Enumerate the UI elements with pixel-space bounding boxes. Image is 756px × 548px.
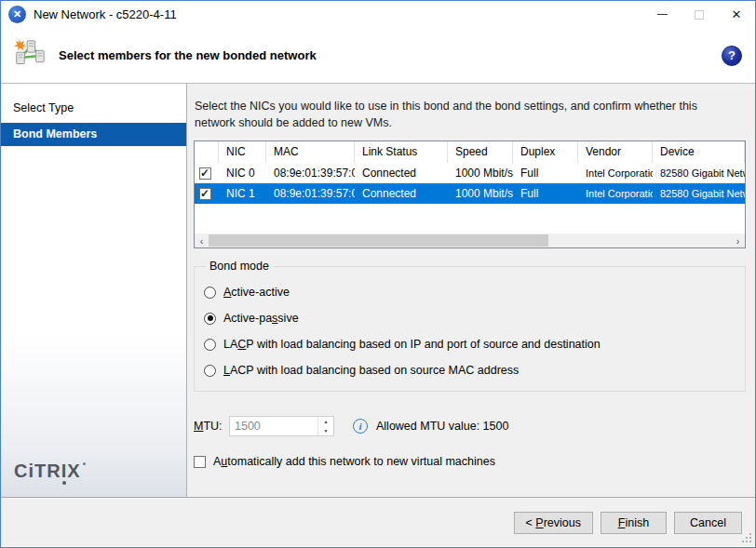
auto-add-checkbox[interactable]: [194, 456, 206, 468]
column-duplex[interactable]: Duplex: [513, 141, 578, 163]
nic-table: NIC MAC Link Status Speed Duplex Vendor …: [194, 140, 746, 248]
column-checkbox: [195, 141, 219, 163]
wizard-footer: < Previous Finish Cancel: [1, 497, 755, 546]
wizard-header: Select members for the new bonded networ…: [1, 28, 755, 84]
nic1-mac: 08:9e:01:39:57:0b: [266, 187, 355, 200]
radio-lacp-ip-port[interactable]: LACP with load balancing based on IP and…: [204, 336, 736, 353]
xencenter-app-icon: ✕: [8, 6, 26, 23]
mtu-row: MTU: 1500 ▲ ▼ i Allowed MTU value: 1500: [194, 416, 746, 436]
nic0-vendor: Intel Corporation: [578, 167, 653, 179]
previous-button[interactable]: < Previous: [514, 512, 593, 534]
nic1-link-status: Connected: [355, 187, 448, 200]
bond-mode-legend: Bond mode: [206, 260, 273, 273]
nic0-speed: 1000 Mbit/s: [448, 167, 513, 180]
mtu-spin-up-icon[interactable]: ▲: [318, 417, 333, 426]
nic1-device: 82580 Gigabit Netw: [653, 188, 745, 199]
nic1-duplex: Full: [513, 187, 578, 200]
minimize-icon: [657, 14, 668, 15]
nic0-name: NIC 0: [219, 167, 266, 180]
maximize-button[interactable]: [681, 1, 718, 28]
wizard-steps-sidebar: Select Type Bond Members CiTRIX: [1, 84, 187, 497]
window-controls: ✕: [643, 1, 755, 28]
table-row-nic0[interactable]: NIC 0 08:9e:01:39:57:0a Connected 1000 M…: [195, 163, 745, 183]
citrix-trademark-dot: [83, 462, 86, 465]
table-empty-area: [195, 204, 745, 234]
cancel-button[interactable]: Cancel: [674, 512, 742, 534]
titlebar: ✕ New Network - c5220-4-11 ✕: [1, 1, 755, 28]
column-nic[interactable]: NIC: [219, 141, 266, 163]
instruction-text: Select the NICs you would like to use in…: [195, 99, 736, 131]
table-row-nic1[interactable]: NIC 1 08:9e:01:39:57:0b Connected 1000 M…: [195, 183, 745, 204]
column-link-status[interactable]: Link Status: [355, 141, 448, 163]
radio-icon[interactable]: [204, 313, 216, 325]
nic0-mac: 08:9e:01:39:57:0a: [266, 167, 355, 180]
new-network-dialog: ✕ New Network - c5220-4-11 ✕ Select memb…: [0, 0, 756, 548]
scrollbar-thumb[interactable]: [209, 234, 548, 247]
radio-label: LACP with load balancing based on source…: [223, 364, 519, 377]
window-title: New Network - c5220-4-11: [34, 7, 177, 21]
radio-icon[interactable]: [204, 339, 216, 351]
mtu-input[interactable]: 1500 ▲ ▼: [229, 416, 334, 436]
mtu-value: 1500: [230, 417, 317, 435]
help-button[interactable]: ?: [722, 46, 742, 66]
radio-label: Active-passive: [223, 312, 299, 325]
bond-mode-group: Bond mode Active-active Active-passive L…: [194, 260, 746, 392]
citrix-logo: CiTRIX: [14, 461, 86, 482]
allowed-mtu-text: Allowed MTU value: 1500: [376, 420, 508, 433]
close-button[interactable]: ✕: [718, 1, 755, 28]
column-vendor[interactable]: Vendor: [578, 141, 653, 163]
radio-icon[interactable]: [204, 287, 216, 299]
nic1-checkbox[interactable]: [199, 188, 211, 200]
auto-add-label: Automatically add this network to new vi…: [213, 455, 495, 468]
radio-label: LACP with load balancing based on IP and…: [223, 338, 601, 351]
info-icon: i: [353, 419, 368, 434]
scroll-right-icon[interactable]: ›: [731, 234, 745, 247]
sidebar-item-bond-members[interactable]: Bond Members: [1, 123, 186, 146]
minimize-button[interactable]: [643, 1, 681, 28]
column-mac[interactable]: MAC: [266, 141, 355, 163]
sidebar-item-select-type[interactable]: Select Type: [1, 97, 186, 120]
radio-active-active[interactable]: Active-active: [204, 284, 736, 301]
radio-label: Active-active: [223, 286, 290, 299]
page-title: Select members for the new bonded networ…: [59, 48, 317, 62]
resize-grip[interactable]: [741, 532, 751, 542]
mtu-spin-down-icon[interactable]: ▼: [318, 426, 333, 435]
auto-add-row[interactable]: Automatically add this network to new vi…: [194, 455, 746, 468]
nic1-vendor: Intel Corporation: [578, 188, 653, 199]
maximize-icon: [695, 10, 704, 20]
nic1-name: NIC 1: [219, 187, 266, 200]
finish-button[interactable]: Finish: [601, 512, 667, 534]
nic-table-header: NIC MAC Link Status Speed Duplex Vendor …: [195, 141, 745, 163]
nic0-checkbox[interactable]: [199, 167, 211, 180]
column-speed[interactable]: Speed: [448, 141, 513, 163]
column-device[interactable]: Device: [653, 141, 745, 163]
table-horizontal-scrollbar[interactable]: ‹ ›: [195, 234, 745, 247]
scrollbar-track[interactable]: [209, 234, 731, 247]
bonded-network-icon: [12, 38, 47, 74]
close-icon: ✕: [732, 7, 742, 21]
bond-members-page: Select the NICs you would like to use in…: [187, 84, 755, 497]
nic1-speed: 1000 Mbit/s: [448, 187, 513, 200]
mtu-label: MTU:: [194, 420, 229, 433]
wizard-body: Select Type Bond Members CiTRIX Select t…: [1, 84, 755, 497]
radio-lacp-mac[interactable]: LACP with load balancing based on source…: [204, 362, 736, 379]
nic0-duplex: Full: [513, 167, 578, 180]
citrix-logo-dot: [62, 481, 66, 485]
nic0-device: 82580 Gigabit Netw: [653, 167, 745, 179]
radio-icon[interactable]: [204, 365, 216, 377]
scroll-left-icon[interactable]: ‹: [195, 234, 209, 247]
nic0-link-status: Connected: [355, 167, 448, 180]
radio-active-passive[interactable]: Active-passive: [204, 310, 736, 327]
